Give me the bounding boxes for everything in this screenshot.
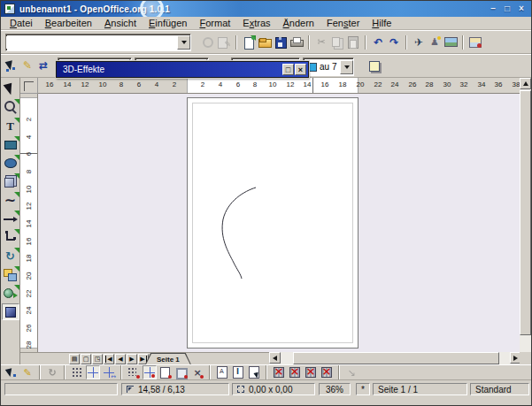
status-modified-field[interactable]: *	[356, 383, 370, 395]
menu-format[interactable]: Format	[193, 18, 236, 28]
status-zoom-field[interactable]: 36%	[319, 383, 351, 395]
page-tab[interactable]: Seite 1	[145, 353, 191, 364]
menu-aendern[interactable]: Ändern	[277, 18, 320, 28]
menu-fenster[interactable]: Fenster	[320, 18, 366, 28]
undo-icon[interactable]	[371, 35, 385, 50]
url-input[interactable]	[6, 36, 177, 49]
v-scroll-thumb[interactable]	[520, 90, 531, 335]
redo-icon[interactable]	[387, 35, 401, 50]
page-tab-label: Seite 1	[146, 354, 190, 364]
open-icon[interactable]	[258, 35, 272, 50]
paste-icon[interactable]	[346, 35, 360, 50]
ellipse-icon[interactable]	[2, 155, 19, 172]
arrange-icon[interactable]	[2, 266, 19, 283]
rotate-icon[interactable]	[2, 248, 19, 264]
snap-to-points-icon[interactable]	[190, 365, 204, 379]
snap-to-border-icon[interactable]	[174, 365, 189, 379]
snap-to-grid-icon[interactable]	[127, 365, 141, 379]
new-doc-icon[interactable]	[242, 35, 256, 50]
edit-points-mode-icon[interactable]	[4, 365, 19, 379]
cut-icon[interactable]	[314, 35, 328, 50]
edit-file-icon[interactable]	[217, 35, 231, 50]
quick-edit-icon[interactable]	[215, 365, 229, 379]
page[interactable]	[187, 97, 359, 349]
chevron-down-icon[interactable]	[340, 60, 353, 74]
shadow-icon[interactable]	[367, 59, 382, 73]
url-combobox[interactable]	[5, 34, 191, 51]
select-text-area-icon[interactable]	[231, 365, 245, 379]
drawing-view-button[interactable]	[69, 354, 80, 364]
v-ruler[interactable]: 246810121416182022242628	[20, 94, 38, 352]
status-size-field[interactable]: 0,00 x 0,00	[232, 383, 315, 395]
dblclick-text-icon[interactable]	[247, 365, 261, 379]
main-toolbar	[1, 78, 20, 364]
rectangle-icon[interactable]	[2, 136, 19, 153]
url-dropdown-button[interactable]	[177, 35, 190, 50]
copy-icon[interactable]	[330, 35, 344, 50]
app-window: unbenannt1 - OpenOffice.org 1.0.1 DateiB…	[0, 0, 532, 406]
toolbar-separator	[266, 365, 267, 379]
curve-icon[interactable]	[2, 192, 19, 209]
arrow-ends-icon[interactable]	[36, 58, 50, 73]
snap-frame-off-icon[interactable]	[320, 365, 334, 379]
3d-restore-button[interactable]	[282, 64, 294, 75]
3d-effects-window[interactable]: 3D-Effekte	[56, 61, 309, 78]
menu-datei[interactable]: Datei	[4, 18, 39, 28]
text-icon[interactable]	[2, 118, 19, 134]
effects-icon[interactable]	[2, 285, 19, 302]
close-button[interactable]	[515, 3, 528, 14]
exit-all-icon[interactable]	[344, 365, 359, 379]
first-page-button[interactable]	[104, 354, 114, 364]
snap-grid-off-icon[interactable]	[272, 365, 286, 379]
snap-to-margins-icon[interactable]	[158, 365, 173, 379]
select-icon[interactable]	[2, 80, 19, 97]
snap-lines-off-icon[interactable]	[288, 365, 302, 379]
menu-ansicht[interactable]: Ansicht	[98, 18, 143, 28]
v-scrollbar[interactable]	[520, 78, 531, 364]
save-icon[interactable]	[274, 35, 288, 50]
connector-icon[interactable]	[2, 229, 19, 246]
controller-3d-icon[interactable]	[2, 303, 19, 320]
master-view-button[interactable]	[81, 354, 91, 364]
3d-close-button[interactable]	[295, 64, 306, 75]
show-grid-icon[interactable]	[70, 365, 84, 379]
scroll-left-button[interactable]	[269, 352, 281, 364]
edit-points-icon[interactable]	[4, 58, 19, 73]
objects-3d-icon[interactable]	[2, 173, 19, 190]
lines-arrows-icon[interactable]	[2, 211, 19, 227]
image-icon[interactable]	[468, 35, 482, 50]
line-color-combobox[interactable]: au 7	[303, 57, 354, 76]
h-ruler[interactable]: 1614121086422468101214161820222426283032…	[38, 78, 521, 94]
next-page-button[interactable]	[127, 354, 137, 364]
canvas[interactable]	[38, 94, 521, 352]
stop-icon[interactable]	[201, 35, 215, 50]
gallery-icon[interactable]	[443, 35, 458, 50]
menu-einfuegen[interactable]: Einfügen	[143, 18, 193, 28]
print-icon[interactable]	[289, 35, 304, 50]
minimize-button[interactable]	[487, 3, 499, 14]
titlebar[interactable]: unbenannt1 - OpenOffice.org 1.0.1	[1, 1, 531, 17]
prev-page-button[interactable]	[115, 354, 126, 364]
snap-margin-off-icon[interactable]	[304, 365, 318, 379]
snap-lines-icon[interactable]	[86, 365, 100, 379]
menu-extras[interactable]: Extras	[236, 18, 276, 28]
stylist-icon[interactable]	[428, 35, 442, 50]
helplines-moving-icon[interactable]	[102, 365, 116, 379]
h-scrollbar[interactable]	[269, 352, 521, 364]
navigator-icon[interactable]	[412, 35, 426, 50]
scroll-up-button[interactable]	[520, 78, 531, 89]
pen-icon[interactable]	[20, 58, 35, 73]
status-position-field[interactable]: 14,58 / 6,13	[121, 383, 229, 395]
toolbar-separator	[235, 35, 237, 50]
h-scroll-thumb[interactable]	[293, 352, 499, 364]
status-page-field[interactable]: Seite 1 / 1	[373, 383, 467, 395]
zoom-icon[interactable]	[2, 99, 19, 116]
menu-hilfe[interactable]: Hilfe	[366, 18, 397, 28]
maximize-button[interactable]	[501, 3, 513, 14]
glue-points-icon[interactable]	[20, 365, 35, 379]
status-style-field[interactable]: Standard	[470, 383, 529, 395]
menu-bearbeiten[interactable]: Bearbeiten	[39, 18, 98, 28]
layer-view-button[interactable]	[92, 354, 103, 364]
snap-to-snaplines-icon[interactable]	[143, 365, 157, 379]
rotation-mode-icon[interactable]	[45, 365, 59, 379]
